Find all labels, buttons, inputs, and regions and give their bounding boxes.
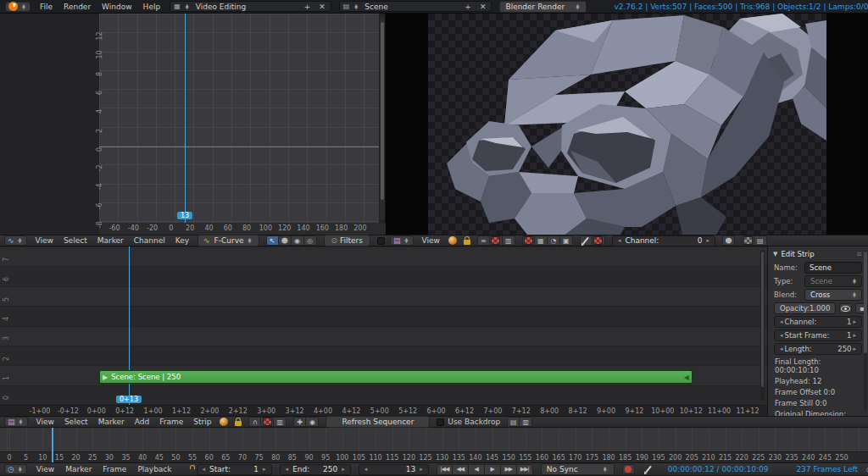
- play-button[interactable]: ▶: [485, 464, 501, 475]
- scene-strip[interactable]: ▶ Scene: Scene | 250 ◀: [99, 370, 693, 384]
- image-checker-icon[interactable]: [490, 235, 503, 246]
- image-checker-icon[interactable]: [261, 417, 274, 427]
- increment-arrow-icon[interactable]: ▸: [851, 318, 858, 325]
- snap-icon[interactable]: ∩: [248, 417, 261, 427]
- graph-menu-key[interactable]: Key: [174, 236, 191, 245]
- increment-arrow-icon[interactable]: ▸: [851, 346, 858, 352]
- render-icon[interactable]: [742, 235, 754, 246]
- ghost-icon[interactable]: ☻: [722, 235, 735, 246]
- image-icon[interactable]: ▣: [560, 235, 573, 246]
- timeline-canvas[interactable]: [0, 428, 868, 451]
- start-frame-stepper[interactable]: ◂Start Frame:1▸: [774, 329, 862, 341]
- editor-type-selector-sequencer[interactable]: ▤: [4, 417, 28, 427]
- channel-stepper[interactable]: ◂Channel:1▸: [774, 316, 862, 328]
- magnifier-icon[interactable]: ◎: [304, 235, 317, 246]
- proxy-icon[interactable]: ▤: [754, 235, 767, 246]
- animate-opacity-button[interactable]: [839, 303, 852, 313]
- scene-strip-icon[interactable]: ▦: [535, 235, 548, 246]
- timeline-playhead[interactable]: [52, 428, 53, 462]
- refresh-sequencer-button[interactable]: Refresh Sequencer: [326, 416, 430, 428]
- vse-menu-frame[interactable]: Frame: [158, 418, 185, 426]
- sequencer-vertical-scrollbar[interactable]: [760, 250, 765, 401]
- levels-icon[interactable]: ≡: [477, 235, 490, 246]
- increment-arrow-icon[interactable]: ▸: [704, 237, 711, 244]
- use-backdrop-checkbox[interactable]: Use Backdrop: [437, 418, 500, 426]
- decrement-arrow-icon[interactable]: ◂: [778, 346, 785, 352]
- decrement-arrow-icon[interactable]: ◂: [363, 466, 370, 473]
- blend-mode-dropdown[interactable]: Cross: [804, 289, 862, 301]
- strip-left-handle-icon[interactable]: ▶: [103, 374, 108, 381]
- sync-mode-selector[interactable]: No Sync: [541, 463, 615, 475]
- preview-channel-stepper[interactable]: ◂ Channel: 0 ▸: [612, 235, 715, 246]
- editor-type-selector-timeline[interactable]: ◷: [4, 464, 27, 474]
- clipboard-icon[interactable]: ▥: [274, 417, 287, 427]
- increment-arrow-icon[interactable]: ▸: [418, 466, 425, 473]
- editor-type-selector-preview[interactable]: ▤: [390, 235, 414, 246]
- vse-menu-strip[interactable]: Strip: [192, 418, 213, 426]
- play-reverse-button[interactable]: ◀: [469, 464, 485, 475]
- graph-menu-channel[interactable]: Channel: [132, 236, 167, 245]
- jump-to-end-button[interactable]: ▶▶|: [517, 464, 533, 475]
- pin-icon[interactable]: ◉: [306, 417, 319, 427]
- filters-button[interactable]: ⊙ Filters: [324, 235, 370, 246]
- material-ball-icon[interactable]: [220, 418, 228, 426]
- wrench-icon[interactable]: ✚: [293, 417, 306, 427]
- end-frame-field[interactable]: ◂ End: 250 ▸: [280, 464, 351, 475]
- scene-selector[interactable]: ▤ Scene + ✕: [339, 1, 492, 12]
- decrement-arrow-icon[interactable]: ◂: [778, 332, 785, 339]
- lock-icon[interactable]: [235, 421, 242, 426]
- increment-arrow-icon[interactable]: ▸: [851, 332, 858, 339]
- menu-window[interactable]: Window: [100, 3, 134, 11]
- add-layout-button[interactable]: +: [303, 3, 313, 11]
- graph-canvas[interactable]: [99, 14, 379, 223]
- decrement-arrow-icon[interactable]: ◂: [778, 318, 785, 325]
- decrement-arrow-icon[interactable]: ◂: [284, 466, 291, 473]
- graph-menu-marker[interactable]: Marker: [96, 236, 125, 245]
- opacity-slider[interactable]: Opacity:1.000: [774, 302, 836, 314]
- screen-layout-selector[interactable]: ▦ Video Editing + ✕: [170, 1, 331, 12]
- tl-menu-view[interactable]: View: [35, 465, 56, 473]
- close-layout-button[interactable]: ✕: [317, 3, 327, 11]
- graph-mode-selector[interactable]: ∿F-Curve: [198, 235, 259, 246]
- edit-strip-panel-header[interactable]: Edit Strip≡: [768, 246, 868, 260]
- pivot-point-icon[interactable]: ◉: [292, 235, 304, 246]
- strip-right-handle-icon[interactable]: ◀: [684, 374, 689, 381]
- image-checker-icon[interactable]: [522, 235, 535, 246]
- preview-menu-view[interactable]: View: [420, 236, 442, 245]
- tl-menu-playback[interactable]: Playback: [136, 465, 173, 473]
- graph-menu-view[interactable]: View: [34, 236, 55, 245]
- strip-name-field[interactable]: Scene: [804, 262, 862, 274]
- panel-scrollbar[interactable]: [864, 250, 867, 411]
- clipboard-icon[interactable]: ▥: [503, 235, 515, 246]
- ghost-curves-icon[interactable]: ☻: [279, 235, 292, 246]
- tl-menu-frame[interactable]: Frame: [101, 465, 128, 473]
- graph-vertical-scrollbar[interactable]: [380, 17, 385, 220]
- lock-icon[interactable]: [464, 240, 470, 245]
- increment-arrow-icon[interactable]: ▸: [261, 466, 268, 473]
- jump-to-start-button[interactable]: |◀◀: [437, 464, 453, 475]
- vse-menu-marker[interactable]: Marker: [97, 418, 126, 426]
- current-frame-field[interactable]: ◂ 13 ▸: [359, 464, 429, 475]
- material-ball-icon[interactable]: [448, 236, 457, 245]
- cursor-mode-icon[interactable]: ↖: [266, 235, 279, 246]
- copy-icon[interactable]: ▤: [507, 417, 520, 427]
- paste-icon[interactable]: ▥: [520, 417, 532, 427]
- decrement-arrow-icon[interactable]: ◂: [201, 466, 208, 473]
- record-button[interactable]: [622, 464, 635, 474]
- graph-playhead[interactable]: [185, 14, 186, 223]
- next-keyframe-button[interactable]: ▶▶: [501, 464, 517, 475]
- increment-arrow-icon[interactable]: ▸: [340, 466, 347, 473]
- sequencer-preview[interactable]: [386, 14, 868, 235]
- editor-type-selector-info[interactable]: [5, 2, 31, 12]
- mask-icon[interactable]: ◔: [548, 235, 560, 246]
- pen-icon[interactable]: [580, 235, 593, 246]
- image-checker-icon[interactable]: [593, 235, 605, 246]
- decrement-arrow-icon[interactable]: ◂: [616, 237, 623, 244]
- vse-menu-view[interactable]: View: [35, 418, 56, 426]
- length-stepper[interactable]: ◂Length:250▸: [774, 343, 862, 355]
- tl-menu-marker[interactable]: Marker: [64, 465, 93, 473]
- menu-render[interactable]: Render: [62, 3, 92, 11]
- vse-menu-add[interactable]: Add: [133, 418, 151, 426]
- previous-keyframe-button[interactable]: ◀◀: [453, 464, 469, 475]
- close-scene-button[interactable]: ✕: [478, 3, 488, 11]
